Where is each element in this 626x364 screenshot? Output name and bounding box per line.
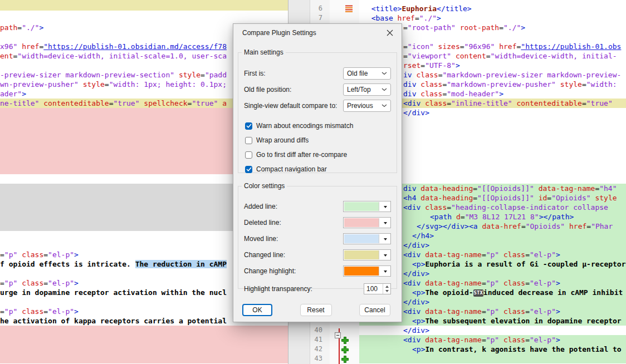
highlight-transparency-label: Highlight transparency:: [244, 285, 364, 293]
first-is-row: First is: Old file: [244, 67, 391, 80]
line-number: 40: [315, 326, 322, 335]
line-number: 42: [315, 345, 322, 354]
code-line: [0, 326, 288, 335]
added-line-plus-icon: [341, 355, 349, 362]
deleted-line-color-select[interactable]: [343, 217, 391, 228]
checkbox-box[interactable]: [245, 166, 252, 173]
color-swatch: [344, 234, 379, 243]
chevron-down-icon: [382, 104, 387, 107]
spinner-down-icon[interactable]: [385, 290, 389, 292]
code-line: <div data-tag-name="p" class="el-p">: [359, 335, 626, 345]
old-file-position-select[interactable]: Left/Top: [343, 83, 391, 96]
spinner-up-icon[interactable]: [385, 286, 389, 288]
compare-plugin-settings-dialog: Compare Plugin Settings Main settings Fi…: [233, 23, 402, 322]
change-highlight-color-row: Change highlight:: [244, 265, 391, 277]
main-settings-group: Main settings First is: Old file Old fil…: [238, 48, 397, 173]
close-button[interactable]: [380, 26, 399, 40]
moved-line-label: Moved line:: [244, 235, 343, 243]
old-file-position-value: Left/Top: [347, 86, 382, 94]
check-icon: [246, 167, 252, 171]
code-line: [359, 354, 626, 363]
checkbox-label: Go to first diff after re-compare: [256, 151, 391, 159]
warn-encodings-checkbox[interactable]: Warn about encodings mismatch: [245, 121, 391, 130]
line-number: 41: [315, 335, 322, 345]
code-line: [0, 0, 288, 11]
cancel-button[interactable]: Cancel: [359, 304, 390, 316]
dialog-titlebar[interactable]: Compare Plugin Settings: [233, 24, 402, 42]
dropdown-arrow-icon: [384, 270, 387, 273]
change-highlight-label: Change highlight:: [244, 267, 343, 275]
group-label-main: Main settings: [242, 48, 286, 56]
change-highlight-color-select[interactable]: [343, 265, 391, 277]
deleted-line-label: Deleted line:: [244, 219, 343, 227]
default-compare-select[interactable]: Previous: [343, 100, 391, 112]
moved-line-color-row: Moved line:: [244, 233, 391, 245]
go-first-diff-checkbox[interactable]: Go to first diff after re-compare: [245, 150, 391, 159]
wrap-around-diffs-checkbox[interactable]: Wrap around diffs: [245, 136, 391, 145]
line-number: 43: [315, 354, 322, 363]
chevron-down-icon: [382, 72, 387, 75]
default-compare-label: Single-view default compare to:: [244, 102, 343, 110]
highlight-transparency-row: Highlight transparency: 100: [244, 283, 391, 295]
added-line-plus-icon: [341, 346, 349, 353]
color-settings-group: Color settings Added line: Deleted line:…: [238, 182, 397, 289]
deleted-line-color-row: Deleted line:: [244, 217, 391, 229]
first-is-select[interactable]: Old file: [343, 67, 391, 80]
spinner-buttons[interactable]: [383, 284, 390, 294]
close-icon: [387, 29, 393, 36]
highlight-transparency-input[interactable]: 100: [364, 283, 391, 294]
checkbox-box[interactable]: [245, 122, 252, 130]
dropdown-arrow-icon: [384, 254, 387, 257]
code-line: <p>In contrast, k agonists have the pote…: [359, 345, 626, 354]
compact-navbar-checkbox[interactable]: Compact navigation bar: [245, 165, 391, 174]
added-line-color-select[interactable]: [343, 201, 391, 212]
checkbox-box[interactable]: [245, 137, 252, 144]
reset-button[interactable]: Reset: [300, 304, 332, 316]
chevron-down-icon: [382, 88, 387, 91]
code-line: [0, 345, 288, 354]
dropdown-arrow-icon: [384, 222, 387, 224]
changed-line-color-select[interactable]: [343, 249, 391, 260]
line-number: 7: [319, 13, 322, 23]
changed-line-color-row: Changed line:: [244, 249, 391, 261]
highlight-transparency-value: 100: [364, 285, 383, 293]
added-line-color-row: Added line:: [244, 200, 391, 213]
dropdown-arrow-icon: [384, 206, 387, 208]
default-compare-value: Previous: [347, 102, 382, 110]
checkbox-label: Wrap around diffs: [256, 136, 391, 144]
default-compare-row: Single-view default compare to: Previous: [244, 100, 391, 112]
diff-changed-marker-icon: [345, 4, 353, 12]
code-line: [0, 354, 288, 363]
dialog-title: Compare Plugin Settings: [242, 29, 316, 37]
first-is-label: First is:: [244, 70, 343, 77]
checkbox-box[interactable]: [245, 151, 252, 159]
ok-button[interactable]: OK: [242, 304, 272, 316]
code-line: [0, 335, 288, 345]
old-file-position-row: Old file position: Left/Top: [244, 83, 391, 96]
color-swatch: [344, 218, 379, 227]
moved-line-color-select[interactable]: [343, 233, 391, 244]
color-swatch: [344, 267, 379, 276]
added-line-label: Added line:: [244, 203, 343, 210]
code-line: <base href="./">: [359, 13, 626, 23]
checkbox-label: Warn about encodings mismatch: [256, 122, 391, 130]
group-label-colors: Color settings: [242, 182, 287, 190]
line-number: 6: [319, 4, 322, 13]
added-line-plus-icon: [341, 336, 349, 343]
code-line: <title>Euphoria</title>: [359, 4, 626, 13]
color-swatch: [344, 250, 379, 259]
dialog-buttons: OK Reset Cancel: [242, 304, 390, 316]
old-file-position-label: Old file position:: [244, 86, 343, 94]
changed-line-label: Changed line:: [244, 251, 343, 259]
first-is-value: Old file: [347, 70, 382, 77]
dropdown-arrow-icon: [384, 238, 387, 240]
fold-collapse-icon[interactable]: [335, 332, 341, 338]
check-icon: [246, 124, 252, 128]
code-line: </div>: [359, 326, 626, 335]
color-swatch: [344, 202, 379, 211]
checkbox-label: Compact navigation bar: [256, 165, 391, 173]
